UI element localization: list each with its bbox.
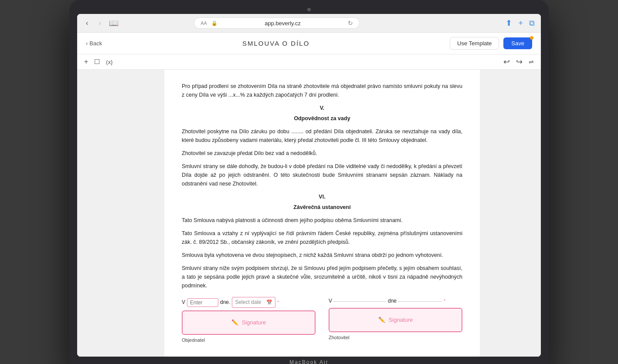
role-right-label: Zhotovitel	[329, 334, 462, 342]
date-placeholder-text: Select date	[235, 298, 261, 307]
redo-icon[interactable]: ↪	[516, 57, 523, 67]
section6-title: Závěrečná ustanovení	[182, 203, 462, 212]
sig-right-city-dots	[334, 301, 386, 302]
app-header: ‹ Back SMLOUVA O DÍLO Use Template Save	[77, 33, 541, 54]
document-content: Pro případ prodlení se zhotovením Díla n…	[164, 70, 480, 357]
browser-chrome: ‹ › 📖 AA 🔒 app.beverly.cz ↻ ⬆ + ⧉	[77, 14, 541, 33]
share-icon[interactable]: ⬆	[506, 18, 512, 28]
paragraph-3: Smluvní strany se dále dohodly, že budou…	[182, 162, 462, 188]
pen-icon-right: ✏️	[378, 316, 385, 325]
back-link[interactable]: ‹ Back	[86, 40, 102, 47]
signature-left: V dne. Select date 📅 * ✏️ Signature	[182, 297, 316, 344]
sig-right-date-dots	[398, 301, 442, 302]
signature-left-label: Signature	[242, 318, 266, 327]
sig-left-v: V	[182, 298, 185, 307]
use-template-button[interactable]: Use Template	[450, 37, 499, 50]
doc-left-sidebar	[77, 70, 164, 357]
doc-icon[interactable]: ☐	[94, 58, 100, 66]
paragraph-5: Tato Smlouva a vztahy z ní vyplývající s…	[182, 229, 462, 246]
sig-left-city-input[interactable]	[187, 298, 218, 307]
undo-icon[interactable]: ↩	[503, 57, 510, 67]
reload-icon[interactable]: ↻	[348, 20, 353, 27]
pen-icon-left: ✏️	[231, 318, 238, 327]
sig-left-dne: dne.	[220, 298, 230, 307]
section5-title: Odpovědnost za vady	[182, 114, 462, 123]
laptop-label: MacBook Air	[77, 359, 541, 364]
add-tab-icon[interactable]: +	[518, 19, 523, 28]
address-bar[interactable]: AA 🔒 app.beverly.cz ↻	[194, 17, 360, 29]
sig-right-date-row: V dne *	[329, 297, 462, 305]
save-badge	[530, 36, 533, 40]
aa-label: AA	[200, 20, 207, 26]
toolbar-left: + ☐ (x}	[84, 58, 113, 66]
link-icon[interactable]: ⇌	[529, 58, 534, 65]
signature-right-label: Signature	[389, 316, 413, 325]
header-actions: Use Template Save	[450, 37, 532, 50]
paragraph-4: Tato Smlouva nabývá platnosti a účinnost…	[182, 216, 462, 225]
section6-number: VI.	[182, 192, 462, 201]
paragraph-7: Smluvní strany níže svým podpisem stvrzu…	[182, 264, 462, 290]
calendar-icon: 📅	[266, 299, 272, 307]
signature-right-box[interactable]: ✏️ Signature	[329, 308, 462, 332]
signature-left-box[interactable]: ✏️ Signature	[182, 310, 316, 335]
book-icon[interactable]: 📖	[109, 18, 119, 28]
paragraph-6: Smlouva byla vyhotovena ve dvou stejnopi…	[182, 251, 462, 260]
doc-right-sidebar	[480, 70, 541, 357]
tabs-icon[interactable]: ⧉	[529, 19, 535, 28]
save-button[interactable]: Save	[503, 37, 532, 49]
required-star-right: *	[444, 298, 445, 305]
paragraph-2: Zhotovitel se zavazuje předat Dílo bez v…	[182, 149, 462, 158]
back-button[interactable]: ‹	[83, 18, 91, 28]
forward-button[interactable]: ›	[96, 18, 103, 28]
sig-left-date-picker[interactable]: Select date 📅	[232, 297, 275, 308]
paragraph-1: Zhotovitel poskytne na Dílo záruku po do…	[182, 127, 462, 145]
sig-right-v: V	[329, 297, 332, 305]
toolbar-right: ↩ ↪ ⇌	[503, 57, 534, 67]
back-label: Back	[89, 40, 102, 47]
section5-number: V.	[182, 104, 462, 112]
back-chevron: ‹	[86, 40, 88, 47]
variable-icon[interactable]: (x}	[106, 59, 112, 65]
toolbar: + ☐ (x} ↩ ↪ ⇌	[77, 54, 541, 70]
url-display: app.beverly.cz	[220, 20, 345, 27]
signature-right: V dne * ✏️ Signature Zhotovitel	[329, 297, 462, 344]
required-star-left: *	[277, 299, 279, 306]
lock-icon: 🔒	[211, 20, 217, 26]
intro-paragraph: Pro případ prodlení se zhotovením Díla n…	[182, 82, 462, 99]
signature-row: V dne. Select date 📅 * ✏️ Signature	[182, 297, 462, 344]
sig-left-date-row: V dne. Select date 📅 *	[182, 297, 316, 308]
document-title: SMLOUVA O DÍLO	[242, 40, 309, 47]
browser-actions: ⬆ + ⧉	[506, 18, 535, 28]
role-left-label: Objednatel	[182, 337, 316, 344]
sig-right-dne: dne	[388, 297, 397, 305]
document-area: Pro případ prodlení se zhotovením Díla n…	[77, 70, 541, 357]
add-element-icon[interactable]: +	[84, 58, 88, 66]
